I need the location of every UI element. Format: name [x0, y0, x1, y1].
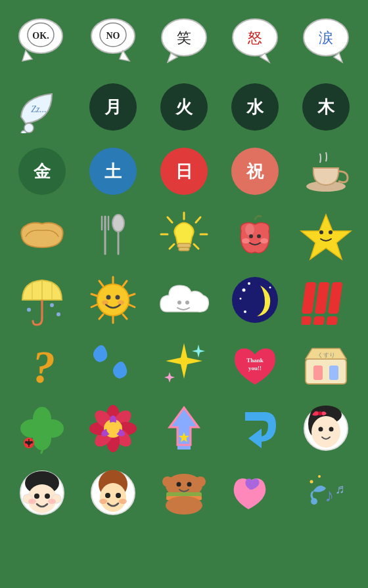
sticker-cry[interactable]: 涙 [296, 13, 356, 72]
svg-point-42 [319, 230, 323, 234]
svg-line-57 [99, 281, 103, 286]
svg-point-66 [242, 288, 245, 291]
sticker-ok[interactable]: OK. [12, 13, 72, 72]
svg-point-37 [242, 238, 250, 243]
sticker-medicine[interactable]: くすり [296, 335, 356, 394]
svg-point-109 [106, 422, 120, 435]
sticker-hearts[interactable] [225, 463, 285, 522]
sticker-angry[interactable]: 怒 [225, 13, 285, 72]
sticker-thu[interactable]: 木 [296, 77, 356, 136]
svg-point-96 [30, 441, 33, 444]
svg-text:you!!: you!! [248, 365, 262, 371]
sticker-flower[interactable] [83, 399, 143, 458]
svg-marker-80 [164, 372, 175, 383]
sticker-lightbulb[interactable] [154, 206, 214, 265]
svg-line-56 [91, 294, 97, 296]
sticker-face-girl[interactable] [12, 463, 72, 522]
sticker-wed[interactable]: 水 [225, 77, 285, 136]
svg-marker-110 [170, 408, 198, 450]
sticker-holiday[interactable]: 祝 [225, 142, 285, 201]
svg-point-148 [318, 475, 321, 478]
svg-rect-85 [329, 366, 338, 380]
svg-point-43 [329, 230, 333, 234]
sticker-music[interactable]: ♪ ♬ [296, 463, 356, 522]
sticker-face-bear[interactable] [154, 463, 214, 522]
svg-text:♪: ♪ [325, 485, 334, 505]
svg-point-116 [311, 416, 340, 448]
svg-rect-35 [179, 247, 189, 251]
svg-text:NO: NO [106, 31, 120, 41]
svg-marker-41 [301, 215, 351, 259]
sticker-sparkles[interactable] [154, 335, 214, 394]
sticker-mon[interactable]: 月 [83, 77, 143, 136]
svg-rect-72 [302, 316, 311, 325]
sticker-laugh[interactable]: 笑 [154, 13, 214, 72]
svg-line-51 [129, 304, 135, 307]
svg-line-30 [168, 217, 172, 222]
svg-point-60 [116, 295, 120, 300]
sticker-thank-you[interactable]: Thank you!! [225, 335, 285, 394]
svg-point-40 [257, 234, 261, 238]
sticker-sun[interactable]: 日 [154, 142, 214, 201]
svg-point-65 [232, 277, 278, 323]
svg-point-95 [25, 441, 28, 444]
svg-point-68 [239, 297, 241, 299]
svg-point-117 [319, 427, 323, 432]
svg-rect-76 [326, 316, 338, 325]
svg-rect-34 [177, 243, 191, 247]
sticker-star[interactable] [296, 206, 356, 265]
sticker-tue[interactable]: 火 [154, 77, 214, 136]
svg-point-133 [116, 493, 121, 498]
svg-point-26 [112, 215, 124, 232]
sticker-bread[interactable] [12, 206, 72, 265]
svg-text:?: ? [32, 342, 55, 390]
sticker-exclaim[interactable] [296, 270, 356, 329]
svg-point-131 [100, 483, 126, 512]
svg-point-36 [245, 224, 254, 236]
svg-point-47 [57, 312, 60, 316]
svg-point-62 [118, 301, 124, 305]
sticker-face-boy[interactable] [83, 463, 143, 522]
sticker-sun-face[interactable] [83, 270, 143, 329]
svg-point-132 [105, 493, 110, 498]
svg-point-91 [35, 422, 49, 435]
sticker-face-ribbon[interactable] [296, 399, 356, 458]
svg-point-64 [185, 301, 189, 304]
svg-rect-71 [302, 282, 317, 314]
sticker-wind[interactable] [83, 335, 143, 394]
svg-point-128 [48, 499, 56, 504]
svg-point-127 [28, 499, 36, 504]
svg-point-147 [310, 480, 313, 483]
sticker-question[interactable]: ? [12, 335, 72, 394]
svg-marker-79 [192, 345, 205, 358]
sticker-apple[interactable] [225, 206, 285, 265]
sticker-moon-night[interactable] [225, 270, 285, 329]
svg-point-63 [177, 301, 181, 304]
svg-marker-1 [22, 51, 32, 61]
svg-point-70 [269, 286, 271, 288]
svg-line-54 [99, 314, 103, 319]
svg-point-38 [260, 238, 268, 243]
sticker-fri[interactable]: 金 [12, 142, 72, 201]
svg-point-143 [195, 476, 206, 487]
svg-point-144 [311, 498, 317, 505]
svg-text:くすり: くすり [317, 352, 335, 358]
sticker-utensils[interactable] [83, 206, 143, 265]
svg-line-52 [123, 314, 127, 319]
sticker-umbrella[interactable] [12, 270, 72, 329]
sticker-arrow-turn[interactable] [225, 399, 285, 458]
sticker-sleep[interactable]: Zz... [12, 77, 72, 136]
svg-point-135 [119, 499, 127, 504]
svg-point-119 [318, 411, 322, 415]
sticker-cloud[interactable] [154, 270, 214, 329]
sticker-coffee[interactable] [296, 142, 356, 201]
svg-point-18 [21, 131, 26, 133]
svg-point-142 [162, 476, 173, 487]
sticker-sat[interactable]: 土 [83, 142, 143, 201]
sticker-clover[interactable] [12, 399, 72, 458]
svg-line-32 [194, 244, 198, 249]
sticker-arrow-up[interactable] [154, 399, 214, 458]
svg-marker-78 [166, 343, 202, 379]
svg-text:Thank: Thank [246, 357, 264, 364]
sticker-no[interactable]: NO [83, 13, 143, 72]
